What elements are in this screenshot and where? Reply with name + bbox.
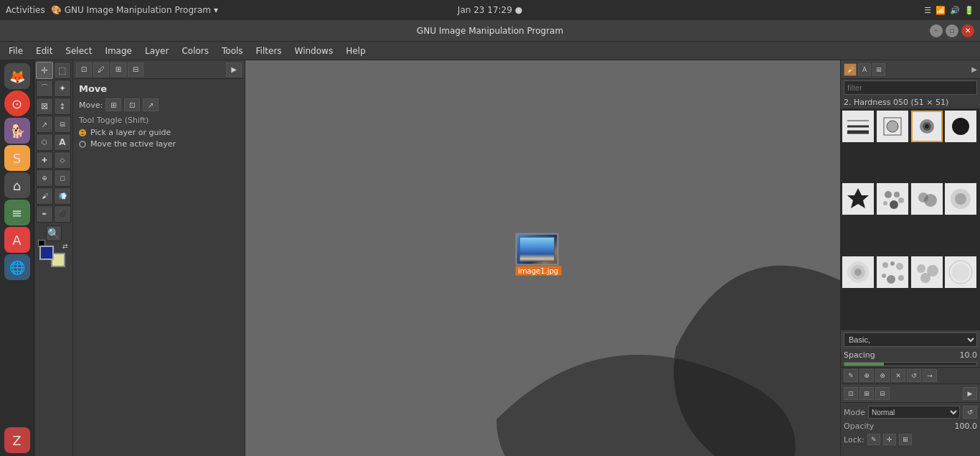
brush-cell-9[interactable] bbox=[842, 256, 874, 288]
move-tool-btn[interactable]: ✛ bbox=[36, 62, 53, 79]
brush-cell-6[interactable] bbox=[877, 183, 908, 215]
radio-move-active[interactable]: Move the active layer bbox=[79, 139, 239, 149]
dock-gimp[interactable]: 🐕 bbox=[4, 118, 30, 144]
brush-edit-btn[interactable]: ✎ bbox=[844, 369, 858, 382]
lock-pixels-btn[interactable]: ✎ bbox=[867, 434, 880, 445]
image-thumbnail-container[interactable]: image1.jpg bbox=[515, 233, 561, 275]
app-indicator[interactable]: 🎨 GNU Image Manipulation Program ▾ bbox=[51, 5, 218, 15]
brushes-icon-pattern[interactable]: ⊞ bbox=[872, 63, 885, 76]
active-tool-name: Move bbox=[79, 83, 239, 94]
brush-cell-3[interactable] bbox=[911, 111, 943, 142]
paintbrush-btn[interactable]: 🖌 bbox=[36, 187, 53, 205]
clone-btn[interactable]: ⊕ bbox=[36, 169, 53, 187]
brush-cell-11[interactable] bbox=[911, 256, 943, 288]
brush-cell-2[interactable] bbox=[877, 111, 908, 142]
brush-duplicate-btn[interactable]: ⊗ bbox=[875, 369, 890, 382]
tool-options-expand[interactable]: ▶ bbox=[226, 62, 242, 77]
layers-icon2[interactable]: ⊞ bbox=[859, 387, 874, 400]
shear-btn[interactable]: ⊟ bbox=[54, 116, 71, 133]
brushes-panel-expand[interactable]: ▶ bbox=[971, 65, 977, 73]
dock-chromium[interactable]: ⊙ bbox=[4, 90, 30, 116]
menu-select[interactable]: Select bbox=[60, 45, 98, 57]
brush-cell-12[interactable] bbox=[945, 256, 976, 288]
minimize-button[interactable]: − bbox=[930, 24, 943, 37]
brush-export-btn[interactable]: → bbox=[923, 369, 937, 382]
canvas-area[interactable]: image1.jpg bbox=[245, 60, 840, 456]
menu-file[interactable]: File bbox=[3, 45, 29, 57]
lock-alpha-btn[interactable]: ⊞ bbox=[899, 434, 912, 445]
heal-btn[interactable]: ✚ bbox=[36, 152, 53, 169]
svg-point-45 bbox=[952, 264, 969, 281]
eraser-btn[interactable]: ◻ bbox=[54, 169, 71, 187]
rotate-btn[interactable]: ↕ bbox=[54, 98, 71, 115]
brush-cell-4[interactable] bbox=[945, 111, 976, 142]
preset-select[interactable]: Basic, bbox=[844, 332, 977, 347]
brush-preview-9 bbox=[844, 258, 872, 287]
layers-icon3[interactable]: ⊟ bbox=[875, 387, 890, 400]
menu-windows[interactable]: Windows bbox=[289, 45, 339, 57]
brush-refresh-btn[interactable]: ↺ bbox=[907, 369, 921, 382]
spacing-bar[interactable] bbox=[844, 362, 977, 366]
dock-sublime[interactable]: S bbox=[4, 145, 30, 171]
crop-btn[interactable]: ⊠ bbox=[36, 98, 53, 115]
tool-options-icon1[interactable]: ⊡ bbox=[76, 62, 92, 77]
brush-cell-1[interactable] bbox=[842, 111, 874, 142]
menu-filters[interactable]: Filters bbox=[250, 45, 288, 57]
path-btn[interactable]: ⬡ bbox=[36, 134, 53, 151]
menu-colors[interactable]: Colors bbox=[176, 45, 215, 57]
dock-ftp[interactable]: Z bbox=[4, 427, 30, 453]
menu-tools[interactable]: Tools bbox=[216, 45, 249, 57]
swap-colors-icon[interactable]: ⇄ bbox=[62, 243, 68, 250]
activities-button[interactable]: Activities bbox=[6, 5, 45, 15]
menu-edit[interactable]: Edit bbox=[30, 45, 58, 57]
dock-firefox[interactable]: 🦊 bbox=[4, 63, 30, 89]
airbrush-btn[interactable]: 💨 bbox=[54, 187, 71, 205]
brush-cell-7[interactable] bbox=[911, 183, 943, 215]
brushes-icon-paint[interactable]: 🖌 bbox=[844, 63, 857, 76]
menu-help[interactable]: Help bbox=[340, 45, 371, 57]
dock-home[interactable]: ⌂ bbox=[4, 172, 30, 198]
layer-mode-select[interactable]: Normal bbox=[868, 406, 960, 419]
brush-cell-10[interactable] bbox=[877, 256, 908, 288]
brush-new-btn[interactable]: ⊕ bbox=[859, 369, 874, 382]
tool-options-icon3[interactable]: ⊞ bbox=[110, 62, 126, 77]
layers-expand[interactable]: ▶ bbox=[963, 387, 977, 400]
free-select-btn[interactable]: ⌒ bbox=[36, 80, 53, 97]
brush-filter-input[interactable] bbox=[844, 80, 977, 95]
dock-network[interactable]: 🌐 bbox=[4, 254, 30, 280]
menu-image[interactable]: Image bbox=[99, 45, 138, 57]
brush-preview-5 bbox=[844, 185, 872, 213]
close-button[interactable]: ✕ bbox=[961, 24, 974, 37]
bucket-btn[interactable]: ⬛ bbox=[54, 205, 71, 223]
perspective-btn[interactable]: ◇ bbox=[54, 152, 71, 169]
radio-pick-layer[interactable]: Pick a layer or guide bbox=[79, 128, 239, 137]
menu-icon[interactable]: ☰ bbox=[924, 6, 931, 15]
rect-select-btn[interactable]: ⬚ bbox=[54, 62, 71, 79]
move-option-btn2[interactable]: ⊡ bbox=[124, 98, 140, 111]
dock-appstore[interactable]: A bbox=[4, 227, 30, 253]
brush-delete-btn[interactable]: ✕ bbox=[891, 369, 905, 382]
radio-pick-layer-btn[interactable] bbox=[79, 129, 86, 136]
ink-btn[interactable]: ✒ bbox=[36, 205, 53, 223]
tool-search-btn[interactable]: 🔍 bbox=[46, 225, 62, 241]
brush-cell-8[interactable] bbox=[945, 183, 976, 215]
layers-icon1[interactable]: ⊡ bbox=[844, 387, 858, 400]
fg-color-swatch[interactable] bbox=[39, 246, 54, 260]
menu-layer[interactable]: Layer bbox=[139, 45, 174, 57]
tool-options-icon2[interactable]: 🖊 bbox=[93, 62, 109, 77]
move-option-btn3[interactable]: ↗ bbox=[143, 98, 159, 111]
move-option-btn1[interactable]: ⊞ bbox=[105, 98, 121, 111]
brush-cell-5[interactable] bbox=[842, 183, 874, 215]
scale-btn[interactable]: ↗ bbox=[36, 116, 53, 133]
brushes-icon-text[interactable]: A bbox=[858, 63, 871, 76]
image-thumbnail[interactable] bbox=[515, 233, 558, 265]
text-btn[interactable]: A bbox=[54, 134, 71, 151]
tool-options-icon4[interactable]: ⊟ bbox=[128, 62, 143, 77]
dock-notes[interactable]: ≡ bbox=[4, 200, 30, 225]
svg-point-24 bbox=[924, 194, 937, 207]
lock-position-btn[interactable]: ✛ bbox=[883, 434, 896, 445]
maximize-button[interactable]: □ bbox=[946, 24, 958, 37]
fuzzy-select-btn[interactable]: ✦ bbox=[54, 80, 71, 97]
radio-move-active-btn[interactable] bbox=[79, 141, 86, 148]
layer-mode-reset[interactable]: ↺ bbox=[963, 406, 977, 419]
